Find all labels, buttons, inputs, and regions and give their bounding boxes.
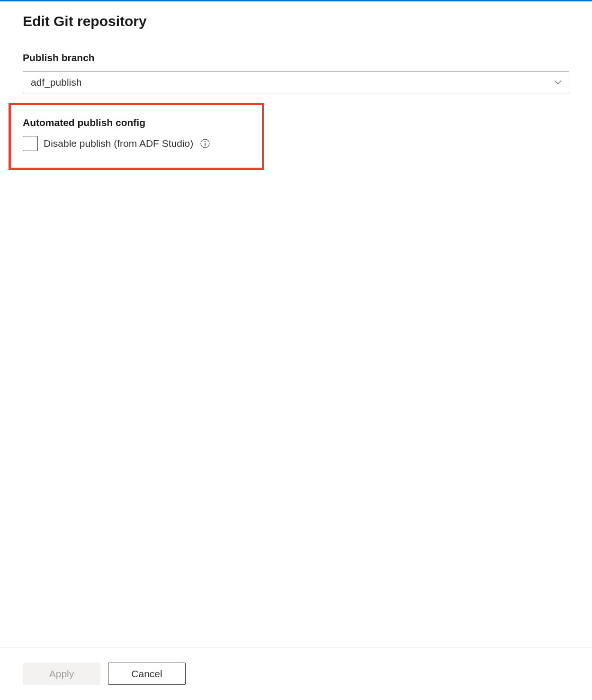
publish-branch-dropdown[interactable]: adf_publish (23, 71, 569, 93)
footer: Apply Cancel (0, 647, 592, 700)
svg-point-1 (205, 141, 206, 142)
disable-publish-checkbox[interactable] (23, 136, 38, 151)
chevron-down-icon (555, 79, 561, 86)
automated-publish-label: Automated publish config (23, 117, 569, 128)
publish-branch-label: Publish branch (23, 52, 569, 63)
cancel-button[interactable]: Cancel (108, 663, 186, 685)
svg-rect-2 (205, 143, 206, 146)
apply-button[interactable]: Apply (23, 663, 100, 685)
publish-branch-value: adf_publish (31, 77, 81, 88)
disable-publish-label: Disable publish (from ADF Studio) (44, 138, 193, 149)
info-icon[interactable] (200, 139, 210, 148)
page-title: Edit Git repository (23, 13, 569, 29)
